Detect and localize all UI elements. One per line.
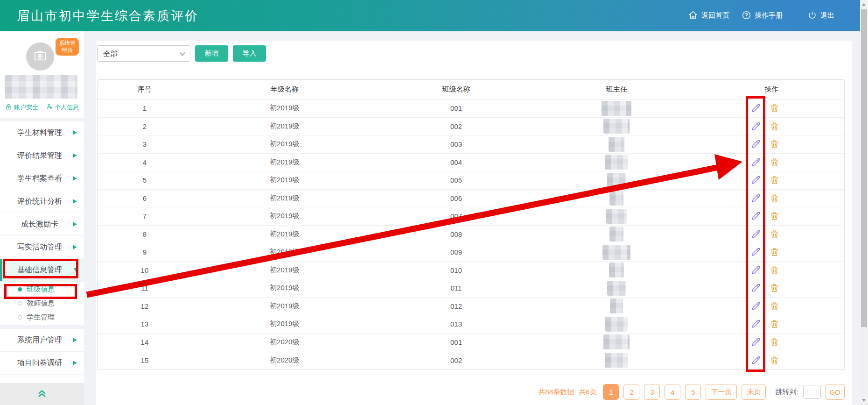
edit-icon[interactable] — [750, 139, 761, 150]
sidebar-menu: 学生材料管理评价结果管理学生档案查看评价统计分析成长激励卡写实活动管理基础信息管… — [0, 121, 84, 375]
row-actions — [692, 247, 838, 258]
cell-class-name: 013 — [378, 315, 535, 334]
personal-info-link[interactable]: 个人信息 — [46, 103, 79, 112]
chevron-right-icon — [73, 199, 77, 204]
account-security-link[interactable]: 账户安全 — [5, 103, 38, 112]
edit-icon[interactable] — [750, 319, 761, 330]
sidebar-item-evaluation-stats-analysis[interactable]: 评价统计分析 — [0, 190, 84, 213]
sidebar-divider — [0, 325, 84, 329]
scroll-down-arrow[interactable] — [862, 399, 866, 402]
delete-icon[interactable] — [769, 192, 780, 204]
delete-icon[interactable] — [769, 336, 780, 348]
delete-icon[interactable] — [769, 228, 780, 240]
chevron-right-icon — [73, 338, 77, 342]
cell-class-name: 007 — [378, 207, 535, 226]
jump-page-input[interactable] — [803, 385, 821, 399]
header-nav: 返回首页 操作手册 退出 — [688, 10, 834, 21]
cell-head-teacher — [534, 298, 699, 316]
sidebar-subitem-class-info[interactable]: 班级信息 — [0, 282, 84, 296]
delete-icon[interactable] — [769, 319, 780, 330]
page-button-5[interactable]: 5 — [685, 384, 701, 400]
sidebar-item-growth-incentive-card[interactable]: 成长激励卡 — [0, 213, 84, 236]
add-button[interactable]: 新增 — [195, 45, 228, 62]
edit-icon[interactable] — [750, 247, 761, 258]
delete-icon[interactable] — [769, 355, 780, 366]
last-page-button[interactable]: 末页 — [742, 384, 766, 400]
edit-icon[interactable] — [750, 228, 761, 240]
delete-icon[interactable] — [769, 283, 780, 294]
page-button-2[interactable]: 2 — [623, 384, 639, 400]
cell-class-name: 009 — [378, 243, 535, 262]
bullet-icon — [18, 301, 22, 306]
nav-home-label: 返回首页 — [701, 11, 729, 20]
help-icon — [742, 10, 751, 21]
chevron-right-icon — [73, 245, 77, 249]
menu-label: 评价统计分析 — [17, 197, 62, 206]
edit-icon[interactable] — [750, 283, 761, 294]
cell-index: 8 — [98, 226, 191, 244]
chevron-right-icon — [73, 176, 77, 181]
table-row: 14初2020级001 — [98, 334, 844, 352]
nav-manual-button[interactable]: 操作手册 — [742, 10, 783, 21]
go-button[interactable]: GO — [826, 384, 845, 400]
sidebar-subitem-student-mgmt[interactable]: 学生管理 — [0, 310, 84, 324]
cell-index: 14 — [98, 334, 191, 352]
edit-icon[interactable] — [750, 336, 761, 348]
table-row: 5初2019级005 — [98, 171, 844, 190]
page-scrollbar[interactable] — [860, 0, 868, 405]
sidebar-item-basic-info-mgmt[interactable]: 基础信息管理 — [0, 259, 84, 282]
edit-icon[interactable] — [750, 156, 761, 168]
page-button-3[interactable]: 3 — [644, 384, 660, 400]
row-actions — [692, 192, 838, 204]
scroll-up-arrow[interactable] — [862, 3, 866, 6]
delete-icon[interactable] — [769, 121, 780, 132]
edit-icon[interactable] — [750, 175, 761, 186]
edit-icon[interactable] — [750, 264, 761, 276]
nav-logout-button[interactable]: 退出 — [807, 10, 834, 21]
sidebar-item-evaluation-result-mgmt[interactable]: 评价结果管理 — [0, 144, 84, 167]
cell-actions — [699, 298, 844, 316]
sidebar-collapse-button[interactable] — [0, 383, 84, 405]
sidebar-item-project-survey[interactable]: 项目问卷调研 — [0, 352, 84, 375]
edit-icon[interactable] — [750, 192, 761, 204]
sidebar-divider — [0, 118, 84, 121]
cell-index: 4 — [98, 154, 191, 172]
edit-icon[interactable] — [750, 355, 761, 366]
cell-class-name: 004 — [378, 154, 535, 172]
sidebar-item-system-user-mgmt[interactable]: 系统用户管理 — [0, 329, 84, 352]
grade-filter-select[interactable]: 全部 — [97, 45, 190, 62]
page-title: 眉山市初中学生综合素质评价 — [17, 7, 199, 24]
next-page-button[interactable]: 下一页 — [706, 384, 737, 400]
delete-icon[interactable] — [769, 300, 780, 312]
personal-info-label: 个人信息 — [55, 103, 79, 112]
table-row: 13初2019级013 — [98, 315, 844, 334]
avatar[interactable] — [26, 43, 54, 71]
total-count-label: 共88条数据 — [538, 388, 574, 397]
scrollbar-thumb[interactable] — [861, 9, 867, 327]
row-actions — [692, 264, 838, 276]
edit-icon[interactable] — [750, 121, 761, 132]
edit-icon[interactable] — [750, 300, 761, 312]
page-button-4[interactable]: 4 — [665, 384, 680, 400]
cell-head-teacher — [534, 154, 699, 172]
sidebar-item-student-archive-view[interactable]: 学生档案查看 — [0, 167, 84, 190]
delete-icon[interactable] — [769, 103, 780, 114]
edit-icon[interactable] — [750, 103, 761, 114]
sidebar-item-student-material-mgmt[interactable]: 学生材料管理 — [0, 121, 84, 144]
lock-icon — [5, 103, 12, 112]
delete-icon[interactable] — [769, 175, 780, 186]
cell-grade-name: 初2019级 — [191, 154, 378, 172]
sidebar-item-activity-record-mgmt[interactable]: 写实活动管理 — [0, 236, 84, 259]
cell-class-name: 006 — [378, 190, 535, 208]
delete-icon[interactable] — [769, 264, 780, 276]
page-button-1[interactable]: 1 — [603, 384, 619, 400]
delete-icon[interactable] — [769, 211, 780, 222]
import-button[interactable]: 导入 — [233, 45, 266, 62]
edit-icon[interactable] — [750, 211, 761, 222]
delete-icon[interactable] — [769, 247, 780, 258]
nav-home-button[interactable]: 返回首页 — [688, 10, 729, 21]
delete-icon[interactable] — [769, 139, 780, 150]
role-badge-line1: 系统管 — [56, 40, 78, 47]
sidebar-subitem-teacher-info[interactable]: 教师信息 — [0, 296, 84, 310]
delete-icon[interactable] — [769, 156, 780, 168]
